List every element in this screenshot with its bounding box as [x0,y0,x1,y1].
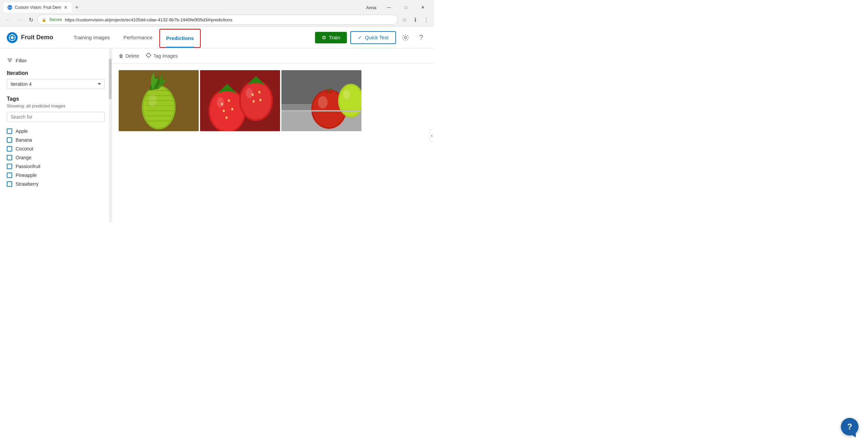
svg-point-45 [339,85,361,116]
user-name-label: Anna [366,5,376,10]
svg-point-24 [210,90,244,131]
tag-checkbox-apple[interactable] [7,128,12,134]
iteration-section-title: Iteration [7,70,105,76]
delete-action[interactable]: 🗑 Delete [119,53,139,59]
svg-point-36 [246,88,253,98]
toolbar-right: ☆ ℹ ⋮ [399,15,431,25]
svg-point-28 [231,108,233,110]
tag-label-coconut: Coconut [16,146,33,151]
browser-tab[interactable]: CV Custom Vision: Fruit Dem ✕ [3,2,72,13]
image-thumb-apple[interactable] [281,70,361,131]
menu-button[interactable]: ⋮ [421,15,431,25]
info-button[interactable]: ℹ [410,15,420,25]
tag-item-pineapple[interactable]: Pineapple [7,171,105,180]
tab-title: Custom Vision: Fruit Dem [15,5,61,10]
forward-button[interactable]: → [14,15,24,25]
image-thumb-pineapple[interactable] [119,70,199,131]
svg-point-31 [241,82,271,119]
tag-checkbox-banana[interactable] [7,137,12,143]
svg-point-46 [343,90,350,99]
address-toolbar: ← → ↻ 🔒 Secure https://customvision.ai/p… [0,13,434,26]
svg-point-43 [318,96,328,108]
settings-button[interactable] [399,32,412,44]
tag-item-apple[interactable]: Apple [7,127,105,136]
image-grid [112,63,434,138]
secure-label: Secure [49,17,62,22]
tag-item-banana[interactable]: Banana [7,136,105,144]
train-button[interactable]: ⚙ Train [315,32,347,43]
filter-header[interactable]: Filter [7,54,105,67]
sidebar: Filter Iteration Iteration 1 Iteration 2… [0,48,112,222]
nav-tabs: Training Images Performance Predictions [67,27,315,48]
tag-search-input[interactable] [7,112,105,122]
tag-label-pineapple: Pineapple [16,173,37,178]
tab-close-btn[interactable]: ✕ [64,5,68,10]
tag-label-strawberry: Strawberry [16,181,39,187]
tag-checkbox-pineapple[interactable] [7,173,12,178]
svg-point-37 [217,97,224,107]
image-thumb-strawberry[interactable] [200,70,280,131]
sidebar-inner: Filter Iteration Iteration 1 Iteration 2… [0,48,112,194]
header-actions: ⚙ Train ✓ Quick Test ? [315,31,427,44]
delete-icon: 🗑 [119,53,123,59]
svg-point-21 [149,95,157,107]
train-icon: ⚙ [322,35,326,41]
bookmark-button[interactable]: ☆ [399,15,410,25]
tab-performance[interactable]: Performance [117,27,159,48]
tag-item-passionfruit[interactable]: Passionfruit [7,162,105,171]
tag-item-strawberry[interactable]: Strawberry [7,180,105,188]
quick-test-button[interactable]: ✓ Quick Test [350,31,396,44]
close-button[interactable]: ✕ [415,2,431,13]
svg-rect-47 [281,110,361,112]
back-button[interactable]: ← [3,15,13,25]
tag-images-label: Tag images [153,53,178,59]
tag-checkbox-orange[interactable] [7,155,12,160]
tag-checkbox-coconut[interactable] [7,146,12,151]
browser-chrome: CV Custom Vision: Fruit Dem ✕ + Anna — □… [0,0,434,27]
tags-showing-label: Showing: all predicted images [7,103,105,108]
iteration-select[interactable]: Iteration 1 Iteration 2 Iteration 3 Iter… [7,79,105,89]
collapse-sidebar-button[interactable]: ‹ [429,129,434,142]
app-container: Fruit Demo Training Images Performance P… [0,27,434,222]
title-bar: CV Custom Vision: Fruit Dem ✕ + Anna — □… [0,0,434,13]
svg-point-34 [253,100,255,103]
app-header: Fruit Demo Training Images Performance P… [0,27,434,48]
tag-item-orange[interactable]: Orange [7,153,105,162]
filter-label: Filter [16,58,27,63]
image-area: 🗑 Delete Tag images [112,48,434,222]
image-toolbar: 🗑 Delete Tag images [112,48,434,63]
svg-point-27 [223,109,225,112]
tab-favicon: CV [7,5,12,10]
svg-marker-10 [146,53,151,58]
svg-point-26 [228,99,230,102]
url-text[interactable]: https://customvision.ai/projects/ec4105d… [65,17,394,22]
scrollbar-thumb[interactable] [109,59,112,99]
tags-label: Tags [7,96,105,102]
svg-point-33 [258,91,260,94]
svg-point-13 [143,87,174,128]
minimize-button[interactable]: — [381,2,397,13]
checkmark-icon: ✓ [358,35,362,41]
svg-point-29 [225,116,228,119]
tag-item-coconut[interactable]: Coconut [7,144,105,153]
secure-icon: 🔒 [42,18,46,22]
tag-label-apple: Apple [16,128,28,134]
app-logo: Fruit Demo [7,32,53,43]
tag-checkbox-strawberry[interactable] [7,181,12,187]
tag-label-passionfruit: Passionfruit [16,164,40,169]
tab-predictions[interactable]: Predictions [159,29,201,48]
help-button[interactable]: ? [415,32,427,44]
svg-point-35 [259,99,261,101]
tab-training-images[interactable]: Training Images [67,27,117,48]
tag-images-action[interactable]: Tag images [146,53,178,59]
tag-checkbox-passionfruit[interactable] [7,164,12,169]
maximize-button[interactable]: □ [398,2,414,13]
reload-button[interactable]: ↻ [26,15,36,25]
address-bar[interactable]: 🔒 Secure https://customvision.ai/project… [37,15,398,25]
scrollbar-track [109,48,112,222]
logo-icon [7,32,18,43]
window-controls: Anna — □ ✕ [366,2,431,13]
svg-point-6 [405,37,407,39]
new-tab-button[interactable]: + [72,3,81,12]
tags-section: Tags Showing: all predicted images Apple… [7,96,105,188]
